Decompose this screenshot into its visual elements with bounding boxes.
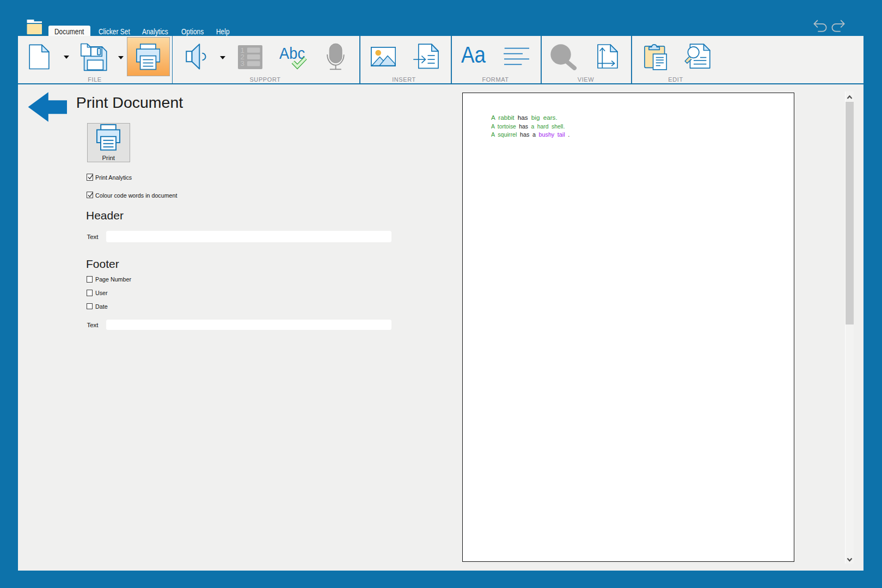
- svg-text:3: 3: [240, 59, 244, 68]
